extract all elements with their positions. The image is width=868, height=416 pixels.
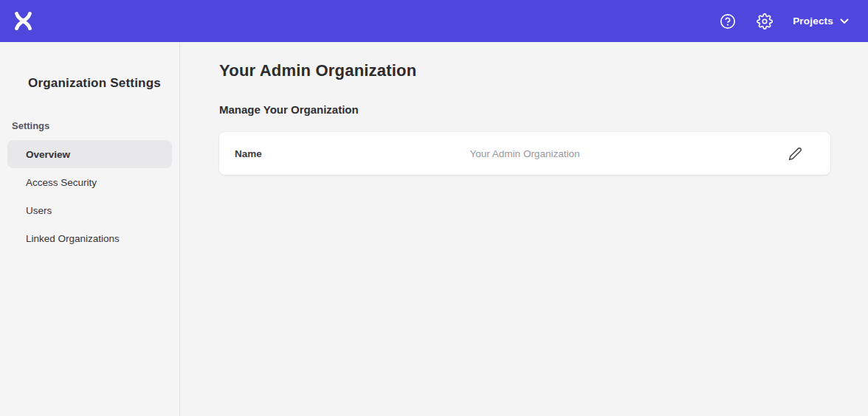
sidebar-item-label: Linked Organizations bbox=[26, 233, 120, 244]
app-shell: Organization Settings Settings Overview … bbox=[0, 42, 868, 416]
brand-x-logo[interactable] bbox=[13, 12, 33, 30]
sidebar-item-label: Overview bbox=[26, 149, 70, 160]
organization-settings-sidebar: Organization Settings Settings Overview … bbox=[0, 42, 180, 416]
help-circle-icon[interactable] bbox=[719, 13, 737, 30]
chevron-down-icon bbox=[840, 18, 849, 24]
section-title: Manage Your Organization bbox=[219, 103, 830, 116]
sidebar-item-label: Users bbox=[26, 205, 52, 216]
topbar-actions: Projects bbox=[719, 13, 849, 30]
sidebar-item-users[interactable]: Users bbox=[7, 196, 172, 224]
organization-name-card: Name Your Admin Organization bbox=[219, 132, 830, 175]
sidebar-item-label: Access Security bbox=[26, 177, 97, 188]
projects-menu[interactable]: Projects bbox=[793, 15, 849, 27]
sidebar-item-linked-organizations[interactable]: Linked Organizations bbox=[7, 224, 172, 252]
sidebar-item-overview[interactable]: Overview bbox=[7, 140, 172, 168]
sidebar-item-access-security[interactable]: Access Security bbox=[7, 168, 172, 196]
main-content: Your Admin Organization Manage Your Orga… bbox=[180, 42, 868, 416]
gear-icon[interactable] bbox=[756, 13, 774, 30]
projects-menu-label: Projects bbox=[793, 15, 833, 27]
sidebar-section-label: Settings bbox=[12, 120, 179, 131]
name-field-label: Name bbox=[235, 148, 262, 159]
page-title: Your Admin Organization bbox=[219, 61, 830, 80]
name-field-value: Your Admin Organization bbox=[470, 148, 580, 159]
sidebar-title: Organization Settings bbox=[0, 76, 179, 91]
pencil-icon[interactable] bbox=[786, 145, 804, 162]
sidebar-nav: Overview Access Security Users Linked Or… bbox=[0, 140, 179, 252]
topbar: Projects bbox=[0, 0, 868, 42]
